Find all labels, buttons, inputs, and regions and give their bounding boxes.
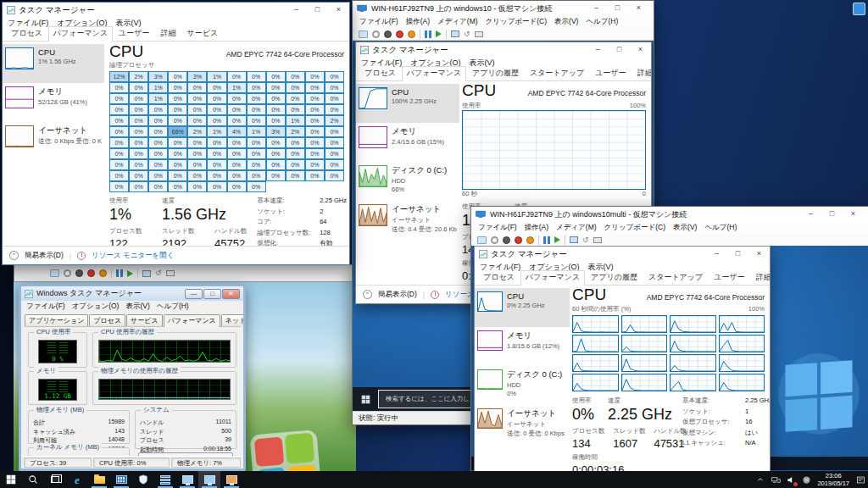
power-icon[interactable]: [64, 269, 71, 277]
tab[interactable]: ユーザー: [709, 270, 749, 285]
menu-item[interactable]: 表示(V): [554, 17, 578, 27]
file-explorer-button[interactable]: [88, 471, 110, 488]
sidebar-item[interactable]: CPU1% 1.56 GHz: [3, 44, 104, 83]
vm-connect-button-1[interactable]: [176, 471, 198, 488]
tab[interactable]: アプリの履歴: [586, 270, 643, 285]
tab[interactable]: パフォーマンス: [402, 66, 466, 81]
titlebar[interactable]: タスク マネージャー – □ ×: [356, 42, 651, 58]
start-button[interactable]: [0, 471, 22, 488]
maximize-button[interactable]: □: [203, 289, 221, 299]
ctrl-alt-del-icon[interactable]: [477, 236, 487, 244]
maximize-button[interactable]: □: [607, 1, 628, 16]
close-button[interactable]: ×: [630, 42, 651, 58]
maximize-button[interactable]: □: [307, 3, 328, 18]
minimize-button[interactable]: –: [800, 207, 821, 222]
titlebar[interactable]: タスク マネージャー – □ ×: [475, 247, 770, 262]
sidebar-item[interactable]: ディスク 0 (C:)HDD66%: [356, 162, 459, 201]
simple-view-link[interactable]: 簡易表示(D): [378, 290, 417, 300]
close-button[interactable]: ×: [843, 207, 864, 222]
maximize-button[interactable]: □: [727, 247, 748, 262]
titlebar[interactable]: タスク マネージャー – □ ×: [3, 3, 349, 18]
close-button[interactable]: ×: [328, 3, 349, 18]
tab[interactable]: スタートアップ: [643, 270, 708, 285]
volume-tray-icon[interactable]: [783, 471, 798, 488]
menu-item[interactable]: ファイル(F): [26, 302, 65, 312]
vm-connect-button-2[interactable]: [198, 471, 220, 488]
revert-icon[interactable]: ↺: [155, 269, 162, 277]
titlebar[interactable]: WIN-H61FJ92TN9 上の windows10 - 仮想マシン接続 – …: [353, 1, 654, 16]
shut-down-icon[interactable]: [87, 269, 95, 277]
sidebar-item[interactable]: メモリ2.4/15.6 GB (15%): [356, 123, 459, 162]
minimize-button[interactable]: –: [587, 42, 609, 58]
close-button[interactable]: ✕: [222, 289, 240, 299]
menu-item[interactable]: オプション(O): [72, 302, 120, 312]
tab[interactable]: ネットワーク: [221, 314, 246, 327]
network-tray-icon[interactable]: [768, 471, 783, 488]
simple-view-link[interactable]: 簡易表示(D): [25, 251, 64, 261]
revert-icon[interactable]: ↺: [582, 236, 589, 244]
tab[interactable]: ユーザー: [590, 66, 631, 80]
power-icon[interactable]: [491, 236, 498, 244]
close-button[interactable]: ×: [628, 1, 649, 16]
save-state-icon[interactable]: [99, 269, 107, 277]
tab[interactable]: スタートアップ: [525, 66, 589, 80]
menu-item[interactable]: メディア(M): [556, 223, 597, 233]
checkpoint-icon[interactable]: [451, 30, 459, 37]
close-button[interactable]: ×: [748, 247, 770, 262]
tab[interactable]: 詳細: [632, 66, 652, 80]
pause-icon[interactable]: [425, 30, 431, 38]
sidebar-item[interactable]: イーサネット送信: 0 Kbps 受信: 0 Kbps: [3, 122, 104, 161]
menu-item[interactable]: 操作(A): [406, 17, 430, 27]
taskbar-clock[interactable]: 23:06 2019/05/17: [814, 472, 853, 487]
menu-item[interactable]: メディア(M): [437, 17, 478, 27]
sidebar-item[interactable]: メモリ1.8/15.6 GB (12%): [475, 327, 570, 366]
hidden-icons-chevron[interactable]: [753, 471, 768, 488]
tab[interactable]: パフォーマンス: [164, 314, 220, 327]
start-icon[interactable]: [436, 30, 442, 37]
menu-item[interactable]: ヘルプ(H): [157, 302, 189, 312]
start-icon[interactable]: [554, 236, 560, 243]
sidebar-item[interactable]: イーサネットイーサネット送信: 0 受信: 0 Kbps: [475, 405, 570, 444]
ctrl-alt-del-icon[interactable]: [359, 30, 368, 38]
turn-off-icon[interactable]: [75, 269, 83, 277]
tab[interactable]: サービス: [182, 26, 224, 41]
taskbar-search-button[interactable]: [22, 471, 44, 488]
sidebar-item[interactable]: ディスク 0 (C:)HDD0%: [475, 366, 570, 405]
task-manager-button[interactable]: [110, 471, 132, 488]
save-state-icon[interactable]: [408, 30, 415, 38]
desktop-shortcut-icon[interactable]: [853, 3, 865, 15]
menu-item[interactable]: 表示(V): [673, 223, 697, 233]
vm-connect-button-3[interactable]: [220, 471, 242, 488]
maximize-button[interactable]: □: [609, 42, 630, 58]
menu-item[interactable]: ヘルプ(H): [704, 223, 737, 233]
menu-item[interactable]: クリップボード(C): [604, 223, 666, 233]
menu-item[interactable]: ファイル(F): [478, 223, 517, 233]
shut-down-icon[interactable]: [515, 236, 522, 244]
start-icon[interactable]: [127, 270, 133, 277]
save-state-icon[interactable]: [526, 236, 534, 244]
checkpoint-icon[interactable]: [142, 270, 151, 277]
shut-down-icon[interactable]: [396, 30, 403, 38]
tab[interactable]: アプリケーション: [25, 314, 88, 327]
menu-item[interactable]: 操作(A): [525, 223, 548, 233]
tab[interactable]: 詳細: [156, 26, 181, 41]
tab[interactable]: 詳細: [751, 270, 771, 285]
minimize-button[interactable]: –: [706, 247, 727, 262]
minimize-button[interactable]: —: [185, 289, 203, 299]
pause-icon[interactable]: [543, 236, 550, 244]
titlebar[interactable]: WIN-H61FJ92TN9 上の windows10multi - 仮想マシン…: [471, 207, 868, 222]
status-tray-icon[interactable]: [798, 471, 814, 488]
task-view-button[interactable]: [44, 471, 66, 488]
tab[interactable]: ユーザー: [114, 26, 154, 41]
menu-item[interactable]: ファイル(F): [359, 17, 398, 27]
internet-explorer-button[interactable]: e: [66, 471, 88, 488]
turn-off-icon[interactable]: [503, 236, 510, 244]
tab[interactable]: プロセス: [89, 314, 125, 327]
maximize-button[interactable]: □: [821, 207, 843, 222]
hyper-v-manager-button[interactable]: [154, 471, 176, 488]
windows-defender-button[interactable]: [132, 471, 154, 488]
enhanced-session-icon[interactable]: [166, 270, 175, 276]
tab[interactable]: プロセス: [6, 26, 47, 41]
tab[interactable]: パフォーマンス: [48, 26, 113, 42]
start-button[interactable]: [353, 387, 378, 411]
